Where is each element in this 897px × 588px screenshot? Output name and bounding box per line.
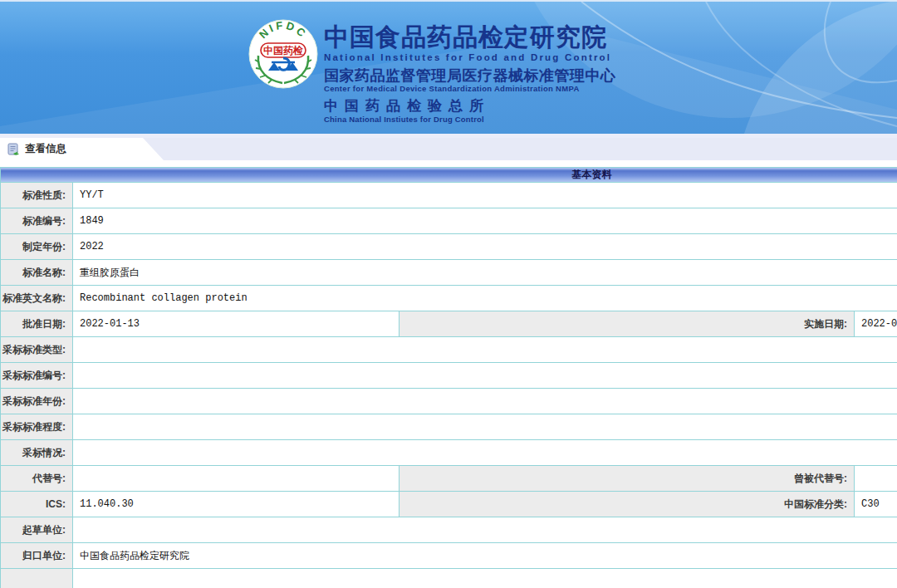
center-name-cn: 国家药品监督管理局医疗器械标准管理中心: [324, 67, 616, 84]
table-viewport: 基本资料 标准性质: YY/T 标准编号: 1849 制定年份: 2022 标准…: [0, 167, 897, 588]
table-row: 归口单位: 中国食品药品检定研究院: [1, 543, 897, 569]
value-cell: 1849: [73, 208, 897, 234]
tab-view-info[interactable]: 查看信息: [0, 138, 164, 160]
table-row: 起草单位:: [1, 517, 897, 543]
value-cell: [73, 389, 897, 414]
table-row: 采标情况:: [1, 440, 897, 466]
value-cell: 重组胶原蛋白: [73, 260, 897, 286]
table-row: 标准性质: YY/T: [1, 183, 897, 208]
label-cell: 批准日期:: [1, 311, 73, 337]
institute-name-cn: 中国药品检验总所: [324, 98, 616, 115]
org-name-en: National Institutes for Food and Drug Co…: [324, 51, 616, 63]
table-title-row: 基本资料: [1, 168, 897, 183]
table-row: 标准编号: 1849: [1, 208, 897, 234]
label-cell: 制定年份:: [1, 234, 73, 260]
table-row: ICS: 11.040.30 中国标准分类: C30: [1, 492, 897, 517]
value-cell: [73, 440, 897, 466]
page: NIFDC 中国药检 中国食品药品检定研究院 National Institut…: [0, 0, 897, 588]
tab-view-info-label: 查看信息: [25, 142, 66, 156]
label-cell: 采标标准编号:: [1, 363, 73, 389]
table-row: 采标标准程度:: [1, 414, 897, 440]
value-cell: YY/T: [73, 183, 897, 208]
label-cell: 采标情况:: [1, 440, 73, 466]
value-cell: [73, 337, 897, 363]
table-row: 标准名称: 重组胶原蛋白: [1, 260, 897, 286]
institute-name-en: China National Instiutes for Drug Contro…: [324, 115, 616, 124]
table-title: 基本资料: [1, 168, 897, 183]
table-row: 采标标准年份:: [1, 389, 897, 414]
nifdc-logo: NIFDC 中国药检: [248, 19, 318, 89]
value-cell: 2022: [73, 234, 897, 260]
label-cell: 归口单位:: [1, 543, 73, 569]
value-cell: [855, 466, 897, 492]
header-titles: 中国食品药品检定研究院 National Institutes for Food…: [324, 24, 616, 124]
tab-bar: 查看信息: [0, 138, 897, 160]
label-cell: 标准英文名称:: [1, 286, 73, 311]
label-cell: 标准编号:: [1, 208, 73, 234]
label-cell: 采标标准类型:: [1, 337, 73, 363]
basic-info-table: 基本资料 标准性质: YY/T 标准编号: 1849 制定年份: 2022 标准…: [0, 167, 897, 588]
svg-text:中国药检: 中国药检: [263, 45, 303, 56]
org-name-cn: 中国食品药品检定研究院: [324, 24, 616, 51]
table-row: 采标标准编号:: [1, 363, 897, 389]
label-cell: ICS:: [1, 492, 73, 517]
value-cell: 11.040.30: [73, 492, 399, 517]
label-cell: 起草单位:: [1, 517, 73, 543]
value-cell: Recombinant collagen protein: [73, 286, 897, 311]
label-cell: 采标标准年份:: [1, 389, 73, 414]
value-cell: [73, 414, 897, 440]
label-cell: 采标标准程度:: [1, 414, 73, 440]
label-cell: [1, 569, 73, 588]
table-row: 代替号: 曾被代替号:: [1, 466, 897, 492]
value-cell: 2022-01-13: [73, 311, 399, 337]
site-header: NIFDC 中国药检 中国食品药品检定研究院 National Institut…: [0, 0, 897, 134]
label-cell: 标准名称:: [1, 260, 73, 286]
value-cell: [73, 569, 897, 588]
table-row: 采标标准类型:: [1, 337, 897, 363]
table-row: 标准英文名称: Recombinant collagen protein: [1, 286, 897, 311]
table-row: 批准日期: 2022-01-13 实施日期: 2022-08-01: [1, 311, 897, 337]
label-cell: 中国标准分类:: [399, 492, 855, 517]
label-cell: 曾被代替号:: [399, 466, 855, 492]
center-name-en: Center for Medical Device Standardizatio…: [324, 84, 616, 93]
content-gap: [0, 160, 897, 167]
label-cell: 代替号:: [1, 466, 73, 492]
value-cell: 2022-08-01: [855, 311, 897, 337]
table-row-partial: [1, 569, 897, 588]
value-cell: [73, 363, 897, 389]
label-cell: 标准性质:: [1, 183, 73, 208]
value-cell: 中国食品药品检定研究院: [73, 543, 897, 569]
value-cell: [73, 466, 399, 492]
label-cell: 实施日期:: [399, 311, 855, 337]
value-cell: C30: [855, 492, 897, 517]
value-cell: [73, 517, 897, 543]
table-row: 制定年份: 2022: [1, 234, 897, 260]
view-info-document-icon: [7, 143, 20, 156]
